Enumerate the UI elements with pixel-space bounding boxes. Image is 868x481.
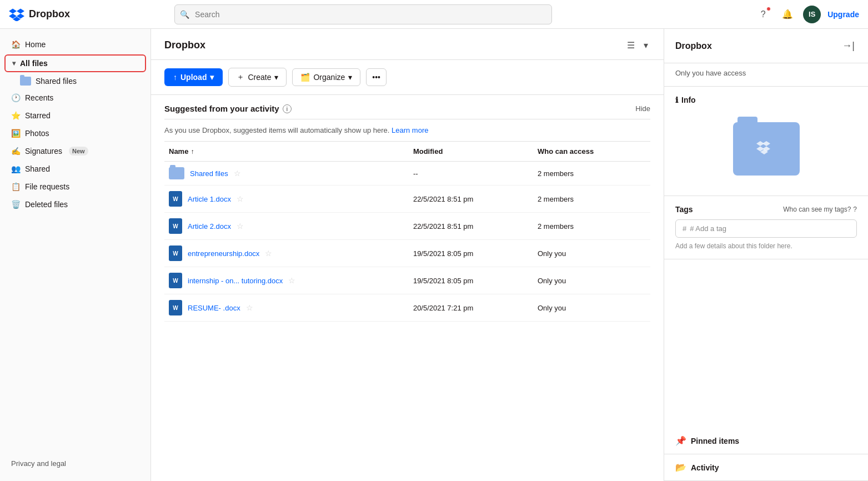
- col-name-text: Name: [169, 147, 188, 156]
- star-button-3[interactable]: ☆: [265, 249, 272, 258]
- sidebar-item-photos[interactable]: 🖼️ Photos: [0, 124, 150, 142]
- file-table: Name ↑ Modified Who can access Shared fi…: [164, 142, 650, 322]
- file-name-text: RESUME- .docx: [188, 304, 240, 312]
- sidebar-privacy[interactable]: Privacy and legal: [0, 453, 150, 474]
- star-button-2[interactable]: ☆: [237, 222, 244, 231]
- upload-button[interactable]: ↑ Upload ▾: [164, 68, 223, 86]
- folder-preview: [675, 111, 857, 187]
- tags-section: Tags Who can see my tags? ? # # Add a ta…: [664, 196, 868, 259]
- table-header-row: Name ↑ Modified Who can access: [164, 142, 650, 162]
- sidebar-item-deleted-files[interactable]: 🗑️ Deleted files: [0, 196, 150, 213]
- search-container: 🔍: [174, 4, 552, 24]
- info-section-title: ℹ Info: [675, 96, 857, 104]
- col-modified-header[interactable]: Modified: [409, 142, 533, 162]
- table-row[interactable]: WRESUME- .docx☆20/5/2021 7:21 pmOnly you: [164, 294, 650, 322]
- col-access-header[interactable]: Who can access: [533, 142, 650, 162]
- toolbar: ↑ Upload ▾ ＋ Create ▾ 🗂️ Organize ▾ •••: [151, 60, 664, 95]
- suggested-desc: As you use Dropbox, suggested items will…: [164, 119, 650, 142]
- tags-title: Tags: [675, 205, 693, 214]
- sidebar-recents-label: Recents: [25, 93, 53, 102]
- sidebar-signatures-label: Signatures: [25, 147, 62, 156]
- file-name-cell-2: WArticle 2.docx☆: [164, 213, 409, 240]
- upgrade-button[interactable]: Upgrade: [827, 10, 859, 19]
- organize-button[interactable]: 🗂️ Organize ▾: [292, 68, 360, 86]
- logo-text: Dropbox: [29, 8, 70, 20]
- modified-cell-2: 22/5/2021 8:51 pm: [409, 213, 533, 240]
- sidebar-item-all-files[interactable]: ▾ All files: [4, 54, 146, 72]
- notification-dot: [766, 7, 771, 11]
- sidebar-item-shared[interactable]: 👥 Shared: [0, 160, 150, 178]
- word-doc-icon: W: [169, 300, 182, 315]
- logo[interactable]: Dropbox: [9, 8, 70, 21]
- suggested-info-icon[interactable]: i: [283, 104, 292, 113]
- col-name-header[interactable]: Name ↑: [164, 142, 409, 162]
- info-section: ℹ Info: [664, 87, 868, 196]
- notifications-button[interactable]: 🔔: [779, 6, 796, 23]
- info-circle-icon: ℹ: [675, 96, 678, 104]
- pinned-items-section[interactable]: 📌 Pinned items: [664, 428, 868, 454]
- file-name-cell-4: Winternship - on... tutoring.docx☆: [164, 267, 409, 294]
- table-row[interactable]: Winternship - on... tutoring.docx☆19/5/2…: [164, 267, 650, 294]
- search-input[interactable]: [174, 4, 552, 24]
- panel-close-button[interactable]: →|: [840, 38, 857, 54]
- table-row[interactable]: WArticle 1.docx☆22/5/2021 8:51 pm2 membe…: [164, 186, 650, 213]
- sidebar-item-recents[interactable]: 🕐 Recents: [0, 89, 150, 107]
- sidebar-item-starred[interactable]: ⭐ Starred: [0, 107, 150, 124]
- tags-header: Tags Who can see my tags? ?: [675, 205, 857, 214]
- content-header: Dropbox ☰ ▾: [151, 29, 664, 60]
- signatures-new-badge: New: [69, 147, 88, 156]
- more-options-button[interactable]: •••: [366, 68, 387, 86]
- topbar: Dropbox 🔍 ? 🔔 IS Upgrade: [0, 0, 868, 29]
- search-icon: 🔍: [180, 10, 189, 19]
- suggested-title: Suggested from your activity i: [164, 104, 292, 113]
- sidebar-home-label: Home: [25, 40, 46, 49]
- sidebar-item-file-requests[interactable]: 📋 File requests: [0, 178, 150, 196]
- star-button-5[interactable]: ☆: [246, 303, 253, 312]
- header-icons: ☰ ▾: [625, 38, 650, 53]
- ellipsis-icon: •••: [372, 73, 380, 82]
- help-button[interactable]: ?: [754, 6, 772, 23]
- sidebar-item-home[interactable]: 🏠 Home: [0, 36, 150, 53]
- access-cell-2: 2 members: [533, 213, 650, 240]
- file-name-text: Article 2.docx: [188, 222, 231, 231]
- table-row[interactable]: WArticle 2.docx☆22/5/2021 8:51 pm2 membe…: [164, 213, 650, 240]
- sidebar-starred-label: Starred: [25, 111, 51, 120]
- arrow-right-icon: →|: [842, 40, 855, 51]
- hide-button[interactable]: Hide: [635, 104, 650, 113]
- create-button[interactable]: ＋ Create ▾: [228, 68, 287, 87]
- page-title: Dropbox: [164, 39, 205, 51]
- file-requests-icon: 📋: [11, 182, 21, 191]
- big-folder-icon: [733, 122, 800, 176]
- access-cell-4: Only you: [533, 267, 650, 294]
- star-button-1[interactable]: ☆: [237, 194, 244, 203]
- modified-cell-0: --: [409, 162, 533, 186]
- suggested-header: Suggested from your activity i Hide: [164, 95, 650, 119]
- right-panel-header: Dropbox →|: [664, 29, 868, 63]
- file-name-text: internship - on... tutoring.docx: [188, 277, 283, 285]
- file-name-cell-3: Wentrepreneurship.docx☆: [164, 240, 409, 267]
- star-button-0[interactable]: ☆: [234, 169, 241, 178]
- organize-dropdown-icon: ▾: [348, 73, 352, 82]
- avatar[interactable]: IS: [803, 6, 821, 23]
- folder-icon: [169, 167, 184, 179]
- starred-icon: ⭐: [11, 111, 21, 120]
- table-row[interactable]: Shared files☆--2 members: [164, 162, 650, 186]
- access-cell-0: 2 members: [533, 162, 650, 186]
- modified-cell-3: 19/5/2021 8:05 pm: [409, 240, 533, 267]
- star-button-4[interactable]: ☆: [288, 276, 295, 285]
- sort-arrow-icon: ↑: [190, 148, 194, 156]
- activity-label: Activity: [691, 463, 719, 472]
- file-name-cell-5: WRESUME- .docx☆: [164, 294, 409, 322]
- bell-icon: 🔔: [782, 9, 793, 19]
- activity-section[interactable]: 📂 Activity: [664, 454, 868, 481]
- pinned-items-label: Pinned items: [691, 437, 739, 445]
- table-row[interactable]: Wentrepreneurship.docx☆19/5/2021 8:05 pm…: [164, 240, 650, 267]
- sidebar-item-shared-files[interactable]: Shared files: [0, 73, 150, 89]
- sort-button[interactable]: ▾: [641, 38, 650, 53]
- learn-more-link[interactable]: Learn more: [392, 126, 428, 134]
- tags-help-link[interactable]: Who can see my tags? ?: [783, 206, 857, 213]
- sidebar-item-signatures[interactable]: ✍️ Signatures New: [0, 142, 150, 160]
- right-panel-title: Dropbox: [675, 41, 712, 51]
- tag-input[interactable]: # # Add a tag: [675, 219, 857, 238]
- view-toggle-button[interactable]: ☰: [625, 38, 637, 53]
